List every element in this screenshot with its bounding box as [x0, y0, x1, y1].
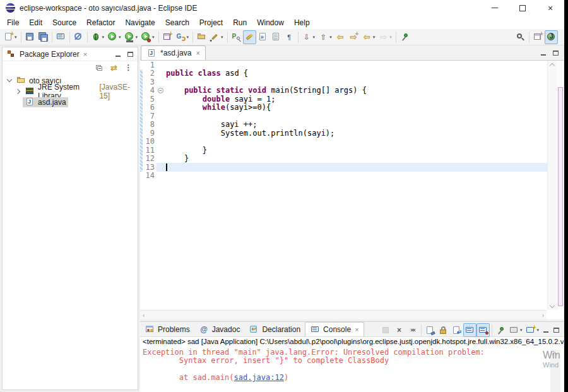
collapse-all-button[interactable]: [93, 61, 106, 74]
scroll-left-icon[interactable]: ‹: [143, 312, 145, 319]
remove-all-terminated-button[interactable]: ××: [406, 323, 419, 337]
pin-editor-button[interactable]: [398, 30, 411, 44]
tab-declaration[interactable]: ↩Declaration: [244, 322, 305, 336]
code-text[interactable]: }: [166, 155, 547, 163]
tab-javadoc[interactable]: @Javadoc: [194, 322, 245, 336]
open-console-view-button[interactable]: +▾: [524, 323, 541, 337]
fold-collapse-icon[interactable]: −: [158, 88, 163, 93]
toggle-breadcrumb-button[interactable]: »: [256, 30, 269, 44]
scroll-right-icon[interactable]: ›: [542, 312, 544, 319]
menu-refactor[interactable]: Refactor: [81, 17, 120, 28]
tab-package-explorer[interactable]: Package Explorer ×: [3, 47, 91, 61]
code-text[interactable]: }: [166, 146, 547, 155]
minimize-view-button[interactable]: [113, 50, 123, 59]
pin-console-button[interactable]: [494, 323, 507, 337]
maximize-console-button[interactable]: [551, 326, 561, 335]
code-text[interactable]: [166, 163, 547, 172]
run-button[interactable]: ▾: [106, 30, 123, 44]
code-text[interactable]: [166, 112, 547, 121]
editor-horizontal-scrollbar[interactable]: ‹ ›: [140, 310, 547, 319]
code-text[interactable]: [166, 78, 547, 86]
code-text[interactable]: [166, 61, 547, 69]
remove-launch-button[interactable]: ×: [393, 323, 406, 337]
new-wizard-button[interactable]: +▾: [2, 30, 19, 44]
code-text[interactable]: System.out.println(sayi);: [166, 129, 547, 138]
scroll-lock-button[interactable]: [437, 323, 450, 337]
next-annotation-button[interactable]: ⇩▾: [300, 30, 317, 44]
menu-project[interactable]: Project: [194, 17, 228, 28]
maximize-view-button[interactable]: [125, 50, 135, 59]
forward-dropdown-arrow[interactable]: ▾: [389, 35, 393, 40]
forward-button[interactable]: ⇨▾: [377, 30, 394, 44]
console-output[interactable]: Exception in thread "main" java.lang.Err…: [140, 348, 564, 382]
minimize-editor-button[interactable]: [538, 49, 548, 57]
maximize-editor-button[interactable]: [550, 49, 560, 57]
search-button[interactable]: [514, 30, 527, 44]
open-console-button[interactable]: [54, 30, 68, 44]
tree-item-jre-system-library[interactable]: JRE System Library [JavaSE-15]: [3, 86, 138, 97]
code-area[interactable]: 12public class asd {34− public static vo…: [140, 61, 547, 310]
menu-window[interactable]: Window: [252, 17, 289, 28]
tab-problems[interactable]: Problems: [140, 322, 194, 336]
annotation-marker-button[interactable]: ▾: [208, 30, 225, 44]
terminate-button[interactable]: [379, 323, 393, 337]
display-selected-console-dropdown-arrow[interactable]: ▾: [519, 328, 523, 333]
plugin-search-button[interactable]: P: [230, 30, 243, 44]
new-wizard-dropdown-arrow[interactable]: ▾: [14, 35, 18, 40]
menu-help[interactable]: Help: [289, 17, 315, 28]
save-all-button[interactable]: [37, 30, 50, 44]
show-whitespace-button[interactable]: ¶: [283, 30, 296, 44]
coverage-dropdown-arrow[interactable]: ▾: [135, 35, 139, 40]
maximize-button[interactable]: [509, 0, 536, 16]
run-dropdown-arrow[interactable]: ▾: [118, 35, 122, 40]
menu-navigate[interactable]: Navigate: [120, 17, 160, 28]
code-text[interactable]: double sayi = 1;: [166, 95, 547, 104]
minimize-console-button[interactable]: [541, 326, 551, 335]
code-text[interactable]: while(sayi>=0){: [166, 104, 547, 112]
tree-expander-icon[interactable]: [14, 87, 23, 96]
open-resource-button[interactable]: [195, 30, 208, 44]
stack-trace-link[interactable]: sad.java:12: [234, 373, 284, 382]
back-dropdown-arrow[interactable]: ▾: [372, 35, 376, 40]
open-perspective-button[interactable]: +: [531, 30, 545, 44]
tree-item-label-wrap[interactable]: JRE System Library [JavaSE-15]: [23, 86, 138, 97]
menu-edit[interactable]: Edit: [24, 17, 47, 28]
scroll-down-icon[interactable]: [550, 304, 555, 308]
debug-button[interactable]: ▾: [90, 30, 107, 44]
menu-search[interactable]: Search: [160, 17, 194, 28]
skip-all-breakpoints-button[interactable]: [72, 30, 85, 44]
clear-console-button[interactable]: [423, 323, 437, 337]
external-tools-dropdown-arrow[interactable]: ▾: [186, 35, 190, 40]
code-text[interactable]: [166, 172, 547, 181]
view-menu-button[interactable]: ⋮: [122, 61, 135, 74]
link-with-editor-button[interactable]: ⇄: [107, 61, 121, 74]
editor-vertical-scrollbar[interactable]: [547, 61, 557, 310]
tab-asd-java[interactable]: J *asd.java ×: [141, 45, 206, 60]
tab-console[interactable]: Console×: [305, 322, 364, 336]
menu-file[interactable]: File: [2, 17, 24, 28]
close-button[interactable]: ×: [536, 0, 564, 16]
console-scroll-up-icon[interactable]: [553, 352, 557, 356]
tree-expander-icon[interactable]: [5, 76, 14, 85]
profile-button[interactable]: ▾: [139, 30, 157, 44]
java-perspective-button[interactable]: J: [545, 30, 558, 44]
minimize-button[interactable]: [481, 0, 509, 16]
next-annotation-dropdown-arrow[interactable]: ▾: [312, 35, 316, 40]
show-stdout-changed-button[interactable]: [463, 323, 476, 337]
tab-console-close-icon[interactable]: ×: [353, 326, 358, 333]
show-stderr-changed-button[interactable]: [476, 323, 490, 337]
tree-item-label-wrap[interactable]: Jasd.java: [23, 97, 68, 107]
open-console-view-dropdown-arrow[interactable]: ▾: [536, 328, 540, 333]
code-text[interactable]: [166, 138, 547, 146]
code-text[interactable]: public class asd {: [166, 69, 547, 78]
external-tools-button[interactable]: G▾: [174, 30, 191, 44]
menu-source[interactable]: Source: [47, 17, 81, 28]
new-java-project-button[interactable]: +: [161, 30, 174, 44]
coverage-button[interactable]: ▾: [123, 30, 140, 44]
debug-dropdown-arrow[interactable]: ▾: [102, 35, 105, 40]
previous-annotation-button[interactable]: ⇧▾: [317, 30, 334, 44]
console-vertical-scrollbar[interactable]: [550, 350, 560, 392]
menu-run[interactable]: Run: [228, 17, 252, 28]
next-edit-location-button[interactable]: ⇨+: [347, 30, 360, 44]
previous-annotation-dropdown-arrow[interactable]: ▾: [329, 35, 333, 40]
